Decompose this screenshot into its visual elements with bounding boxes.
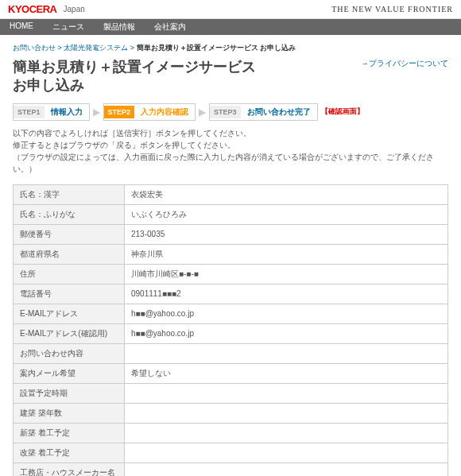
row-value: 川崎市川崎区■-■-■ [125,264,448,284]
row-label: お問い合わせ内容 [14,343,125,363]
step3-text: お問い合わせ完了 [241,104,317,120]
table-row: 氏名：ふりがないぶくろひろみ [14,204,448,224]
step-3: STEP3 お問い合わせ完了 [209,103,318,121]
row-label: 新築 着工予定 [14,423,125,443]
gnav-news[interactable]: ニュース [43,19,94,35]
step-2: STEP2 入力内容確認 [103,103,196,121]
step1-label: STEP1 [14,106,45,118]
table-row: お問い合わせ内容 [14,343,448,363]
row-label: E-MAILアドレス(確認用) [14,323,125,343]
row-value: 神奈川県 [125,244,448,264]
bc-link-1[interactable]: お問い合わせ [13,44,56,52]
page-title: 簡単お見積り＋設置イメージサービス お申し込み [13,58,256,95]
bc-current: 簡単お見積り＋設置イメージサービス お申し込み [137,44,296,52]
table-row: 都道府県名神奈川県 [14,244,448,264]
row-label: 氏名：漢字 [14,184,125,204]
row-label: 案内メール希望 [14,363,125,383]
row-value: h■■@yahoo.co.jp [125,323,448,343]
chevron-right-icon: ▶ [93,106,100,118]
region-label: Japan [64,5,85,14]
row-label: 郵便番号 [14,224,125,244]
gnav-company[interactable]: 会社案内 [145,19,196,35]
row-label: 都道府県名 [14,244,125,264]
step-indicator: STEP1 情報入力 ▶ STEP2 入力内容確認 ▶ STEP3 お問い合わせ… [13,103,448,121]
row-label: 氏名：ふりがな [14,204,125,224]
gnav-home[interactable]: HOME [0,19,43,35]
row-value: h■■@yahoo.co.jp [125,304,448,323]
row-value: 0901111■■■2 [125,284,448,304]
table-row: 建築 築年数 [14,403,448,423]
row-label: 建築 築年数 [14,403,125,423]
brand-mark: KYOCERA [8,3,57,15]
tagline: THE NEW VALUE FRONTIER [331,5,453,14]
table-row: E-MAILアドレスh■■@yahoo.co.jp [14,304,448,323]
instruction-note: 以下の内容でよろしければ［送信実行］ボタンを押してください。 修正するときはブラ… [13,127,448,175]
table-row: 住所川崎市川崎区■-■-■ [14,264,448,284]
step1-text: 情報入力 [45,104,89,120]
row-label: 改築 着工予定 [14,443,125,462]
row-value: いぶくろひろみ [125,204,448,224]
logo: KYOCERA Japan [8,3,85,15]
row-label: 設置予定時期 [14,383,125,403]
step-1: STEP1 情報入力 [13,103,90,121]
row-value: 衣袋宏美 [125,184,448,204]
row-label: 住所 [14,264,125,284]
bc-link-2[interactable]: 太陽光発電システム [64,44,128,52]
table-row: E-MAILアドレス(確認用)h■■@yahoo.co.jp [14,323,448,343]
table-row: 工務店・ハウスメーカー名 [14,462,448,476]
row-value: 希望しない [125,363,448,383]
row-value [125,423,448,443]
confirmation-table: 氏名：漢字衣袋宏美氏名：ふりがないぶくろひろみ郵便番号213-0035都道府県名… [13,184,448,476]
breadcrumb: お問い合わせ > 太陽光発電システム > 簡単お見積り＋設置イメージサービス お… [13,43,448,53]
table-row: 新築 着工予定 [14,423,448,443]
step2-label: STEP2 [104,106,135,118]
table-row: 電話番号0901111■■■2 [14,284,448,304]
row-label: 電話番号 [14,284,125,304]
global-nav: HOME ニュース 製品情報 会社案内 [0,19,461,35]
row-value [125,462,448,476]
privacy-link[interactable]: →プライバシーについて [361,58,448,69]
step2-text: 入力内容確認 [134,104,195,120]
table-row: 案内メール希望希望しない [14,363,448,383]
row-value [125,343,448,363]
row-value [125,443,448,462]
table-row: 郵便番号213-0035 [14,224,448,244]
table-row: 改築 着工予定 [14,443,448,462]
table-row: 設置予定時期 [14,383,448,403]
row-value [125,403,448,423]
chevron-right-icon: ▶ [199,106,206,118]
confirm-badge: 【確認画面】 [321,106,364,117]
row-label: 工務店・ハウスメーカー名 [14,462,125,476]
step3-label: STEP3 [210,106,241,118]
table-row: 氏名：漢字衣袋宏美 [14,184,448,204]
row-value [125,383,448,403]
row-label: E-MAILアドレス [14,304,125,323]
row-value: 213-0035 [125,224,448,244]
gnav-products[interactable]: 製品情報 [94,19,145,35]
